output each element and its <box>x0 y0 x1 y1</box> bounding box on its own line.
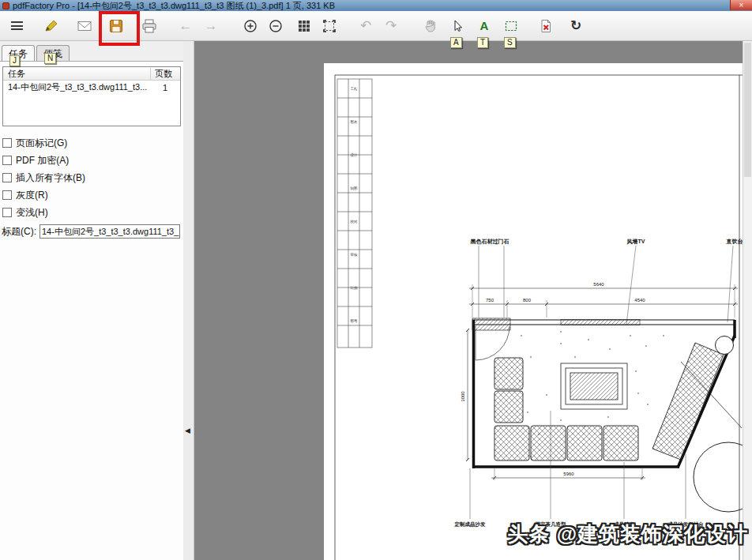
sofa-bottom <box>494 426 638 460</box>
dim-800: 800 <box>523 298 532 303</box>
keytip-text: T <box>477 37 488 48</box>
top-leader-lines <box>479 246 733 325</box>
checkbox-label: PDF 加密(A) <box>16 154 69 167</box>
checkbox-lighten[interactable]: 变浅(H) <box>2 204 182 221</box>
vertical-scrollbar[interactable] <box>743 41 752 560</box>
splitter[interactable]: ◀ <box>183 41 194 560</box>
checkbox-embed-fonts[interactable]: 插入所有字体(B) <box>2 169 182 186</box>
checkbox-icon[interactable] <box>2 208 12 217</box>
zoom-in-button[interactable] <box>239 14 262 38</box>
task-list: 任务 页数 14-中包间2号_t3_t3_t3.dwg111_t3... 1 <box>2 66 181 126</box>
zoom-in-icon <box>243 18 258 34</box>
collapse-arrow-icon[interactable]: ◀ <box>185 427 190 434</box>
annotation-highlight-box <box>99 11 140 46</box>
window-title: pdfFactory Pro - [14-中包间2号_t3_t3_t3.dwg1… <box>13 1 335 11</box>
svg-text:制图: 制图 <box>351 186 358 190</box>
stone-threshold <box>472 318 510 330</box>
title-input[interactable]: 14-中包间2号_t3_t3_t3.dwg111_t3_ <box>39 224 180 239</box>
dimension-left <box>466 329 469 461</box>
column-circle <box>716 336 734 355</box>
checkbox-page-marks[interactable]: 页面标记(G) <box>2 134 182 152</box>
dimension-text-top: 5640 750 800 4540 <box>486 282 645 303</box>
plan-top-labels: 黑色石材过门石 风墙TV 直饮台 <box>471 238 743 245</box>
titlebar[interactable]: pdfFactory Pro - [14-中包间2号_t3_t3_t3.dwg1… <box>0 0 752 11</box>
svg-text:图号: 图号 <box>351 319 359 323</box>
tv-wall-strip <box>561 320 640 325</box>
back-button[interactable]: ← <box>174 14 197 38</box>
title-field-label: 标题(C): <box>2 225 39 239</box>
checkbox-icon[interactable] <box>2 190 12 200</box>
redo-button[interactable]: ↷ <box>379 14 403 38</box>
dimensions-top <box>469 284 738 318</box>
dim-5640: 5640 <box>593 282 604 287</box>
checkbox-icon[interactable] <box>2 138 12 148</box>
checkbox-label: 灰度(R) <box>16 189 48 202</box>
cad-drawing: 工程 图名 设计 制图 校对 审核 比例 图号 黑色石材过门石 风墙TV 直饮台 <box>324 63 743 560</box>
text-tool-button[interactable]: A T <box>472 14 496 38</box>
options-list: 页面标记(G) PDF 加密(A) 插入所有字体(B) 灰度(R) 变浅(H) <box>2 134 182 221</box>
task-pages: 1 <box>150 83 180 92</box>
fit-page-icon <box>321 18 337 34</box>
dim-4540: 4540 <box>634 298 645 303</box>
close-icon: × <box>739 0 744 10</box>
printer-icon <box>141 18 157 34</box>
fit-page-button[interactable] <box>318 14 341 38</box>
keytip-notes: N <box>44 53 56 64</box>
dim-3000: 3000 <box>461 391 465 402</box>
selection-box-icon <box>503 18 519 34</box>
svg-text:校对: 校对 <box>351 220 359 224</box>
back-arrow-icon: ← <box>179 19 193 32</box>
thumbnail-view-button[interactable] <box>292 14 316 38</box>
delete-page-icon <box>538 18 554 34</box>
close-button[interactable]: × <box>730 0 752 10</box>
scrollbar-thumb[interactable] <box>744 43 751 177</box>
title-field-row: 标题(C): 14-中包间2号_t3_t3_t3.dwg111_t3_ <box>2 224 180 239</box>
svg-text:比例: 比例 <box>351 286 359 291</box>
redo-icon: ↷ <box>385 19 397 32</box>
letterhead-button[interactable] <box>39 14 63 38</box>
svg-text:图名: 图名 <box>351 120 358 124</box>
pdf-page[interactable]: 工程 图名 设计 制图 校对 审核 比例 图号 黑色石材过门石 风墙TV 直饮台 <box>324 63 743 560</box>
title-block <box>337 79 372 348</box>
label-water-bar: 直饮台 <box>726 239 743 245</box>
email-button[interactable] <box>73 14 96 38</box>
checkbox-grayscale[interactable]: 灰度(R) <box>2 186 182 204</box>
sofa-diagonal <box>652 343 724 460</box>
print-button[interactable] <box>137 14 161 38</box>
delete-page-button[interactable] <box>534 14 558 38</box>
undo-button[interactable]: ↶ <box>354 14 378 38</box>
pen-icon <box>43 18 59 34</box>
checkbox-icon[interactable] <box>2 173 12 182</box>
col-pages: 页数 <box>150 68 180 80</box>
checkbox-label: 页面标记(G) <box>16 137 67 150</box>
sheet-frame <box>335 75 743 560</box>
select-tool-button[interactable]: S <box>499 14 523 38</box>
zoom-out-icon <box>268 18 284 34</box>
checkbox-icon[interactable] <box>2 156 12 165</box>
hand-tool-button[interactable] <box>419 14 442 38</box>
title-block-text: 工程 图名 设计 制图 校对 审核 比例 图号 <box>351 86 359 323</box>
mail-icon <box>77 18 92 34</box>
refresh-button[interactable]: ↻ <box>564 14 588 38</box>
keytip-tasks: J <box>9 55 20 66</box>
refresh-icon: ↻ <box>570 19 581 32</box>
dim-5960: 5960 <box>563 472 574 476</box>
checkbox-label: 变浅(H) <box>16 206 48 220</box>
keytip-pointer: A <box>450 37 462 48</box>
cursor-icon <box>449 18 465 34</box>
svg-text:审核: 审核 <box>351 253 359 257</box>
menu-button[interactable] <box>5 14 28 38</box>
zoom-out-button[interactable] <box>264 14 288 38</box>
label-tv-wall: 风墙TV <box>626 239 645 245</box>
sidebar: 任务 便笺 J N 任务 页数 14-中包间2号_t3_t3_t3.dwg111… <box>0 41 183 560</box>
dim-750: 750 <box>486 298 494 303</box>
checkbox-pdf-encrypt[interactable]: PDF 加密(A) <box>2 152 182 169</box>
checkbox-label: 插入所有字体(B) <box>16 171 85 185</box>
menu-icon <box>11 20 23 32</box>
text-tool-icon: A <box>480 20 489 32</box>
center-table <box>561 363 627 409</box>
keytip-select: S <box>504 37 516 48</box>
task-row[interactable]: 14-中包间2号_t3_t3_t3.dwg111_t3... 1 <box>3 81 180 94</box>
forward-button[interactable]: → <box>199 14 223 38</box>
pointer-tool-button[interactable]: A <box>446 14 469 38</box>
